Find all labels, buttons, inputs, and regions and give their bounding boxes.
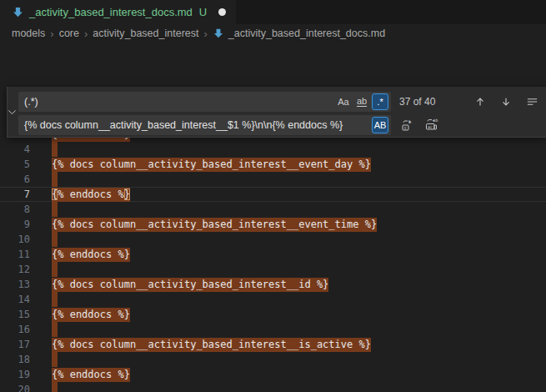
- empty-line-find-match: [52, 292, 58, 307]
- breadcrumb-separator: ›: [83, 28, 89, 40]
- editor-line[interactable]: 4: [0, 142, 546, 157]
- svg-text:ab: ab: [433, 118, 438, 123]
- find-match-highlight: {% enddocs %}: [52, 188, 130, 202]
- vscode-window: _activity_based_interest_docs.md U model…: [0, 0, 546, 392]
- editor-line[interactable]: 19{% enddocs %}: [0, 367, 546, 382]
- breadcrumb-item[interactable]: core: [59, 28, 79, 39]
- empty-line-find-match: [52, 352, 58, 367]
- empty-line-find-match: [52, 142, 58, 157]
- line-number: 9: [0, 219, 30, 230]
- line-content: {% docs column__activity_based_interest_…: [52, 158, 371, 170]
- line-number: 4: [0, 143, 30, 155]
- empty-line-find-match: [52, 262, 58, 277]
- toggle-replace-chevron-icon[interactable]: [8, 87, 17, 137]
- editor-line[interactable]: 18: [0, 352, 546, 367]
- line-content: {% enddocs %}: [52, 188, 130, 200]
- editor-line[interactable]: 16: [0, 322, 546, 337]
- line-content: {% docs column__activity_based_interest_…: [52, 219, 377, 230]
- replace-input-value[interactable]: {% docs column__activity_based_interest_…: [24, 119, 370, 131]
- line-content: {% enddocs %}: [52, 309, 130, 320]
- line-content: [52, 232, 58, 247]
- line-number: 14: [0, 294, 30, 305]
- line-number: 8: [0, 204, 30, 215]
- editor-line[interactable]: 5{% docs column__activity_based_interest…: [0, 157, 546, 172]
- line-content: {% enddocs %}: [52, 369, 130, 380]
- empty-line-find-match: [52, 232, 58, 247]
- editor-line[interactable]: 8: [0, 202, 546, 217]
- whole-word-toggle[interactable]: ab: [353, 93, 370, 110]
- line-number: 15: [0, 309, 30, 320]
- empty-line-find-match: [52, 172, 58, 187]
- editor-line[interactable]: 17{% docs column__activity_based_interes…: [0, 337, 546, 352]
- empty-line-find-match: [52, 202, 58, 217]
- breadcrumb-item[interactable]: _activity_based_interest_docs.md: [228, 28, 385, 39]
- markdown-file-icon: [12, 6, 24, 18]
- line-number: 10: [0, 234, 30, 245]
- match-case-toggle[interactable]: Aa: [335, 93, 352, 110]
- editor-line[interactable]: 9{% docs column__activity_based_interest…: [0, 217, 546, 232]
- find-match-highlight: {% enddocs %}: [52, 368, 130, 382]
- editor-line[interactable]: 14: [0, 292, 546, 307]
- line-number: 13: [0, 279, 30, 290]
- line-number: 19: [0, 369, 30, 380]
- editor-line[interactable]: 15{% enddocs %}: [0, 307, 546, 322]
- editor-line[interactable]: 7{% enddocs %}: [0, 187, 546, 202]
- find-match-highlight: {% enddocs %}: [52, 248, 130, 262]
- editor-line[interactable]: 10: [0, 232, 546, 247]
- line-number: 11: [0, 249, 30, 260]
- bracket-match-open: {: [52, 188, 58, 200]
- editor-line[interactable]: 20: [0, 382, 546, 392]
- find-input-value[interactable]: (.*): [24, 96, 333, 108]
- find-in-selection-button[interactable]: [523, 93, 541, 111]
- line-content: [52, 352, 58, 367]
- find-input[interactable]: (.*) Aa ab .*: [18, 92, 391, 112]
- unsaved-changes-dot[interactable]: [218, 8, 226, 16]
- git-status-badge: U: [199, 6, 207, 18]
- line-content: [52, 322, 58, 337]
- preserve-case-toggle[interactable]: AB: [372, 117, 388, 133]
- breadcrumb-item[interactable]: models: [12, 28, 45, 39]
- line-number: 20: [0, 384, 30, 392]
- line-number: 6: [0, 173, 30, 185]
- editor-pane[interactable]: 1{% docs column__activity_based_interest…: [0, 43, 546, 392]
- replace-all-button[interactable]: ab ac: [422, 116, 440, 134]
- previous-match-button[interactable]: [471, 93, 489, 111]
- regex-toggle[interactable]: .*: [372, 93, 388, 110]
- line-content: [52, 172, 58, 187]
- find-match-highlight: {% docs column__activity_based_interest_…: [52, 338, 371, 352]
- next-match-button[interactable]: [497, 93, 515, 111]
- replace-input[interactable]: {% docs column__activity_based_interest_…: [18, 115, 391, 135]
- editor-line[interactable]: 11{% enddocs %}: [0, 247, 546, 262]
- line-content: {% docs column__activity_based_interest_…: [52, 279, 328, 290]
- line-content: {% enddocs %}: [52, 249, 130, 260]
- breadcrumb: models›core›activity_based_interest›_act…: [0, 24, 546, 43]
- svg-text:b: b: [408, 118, 411, 123]
- editor-line[interactable]: 6: [0, 172, 546, 187]
- bracket-match-close: }: [124, 188, 130, 200]
- tab-title: _activity_based_interest_docs.md: [29, 6, 193, 18]
- breadcrumb-item[interactable]: activity_based_interest: [93, 28, 198, 39]
- find-match-highlight: {% docs column__activity_based_interest_…: [52, 218, 377, 232]
- breadcrumb-separator: ›: [202, 28, 208, 40]
- line-number: 5: [0, 158, 30, 170]
- svg-text:ac: ac: [428, 124, 433, 129]
- editor-line[interactable]: 13{% docs column__activity_based_interes…: [0, 277, 546, 292]
- match-results-count: 37 of 40: [399, 96, 449, 108]
- editor-tab[interactable]: _activity_based_interest_docs.md U: [0, 0, 236, 24]
- line-number: 17: [0, 339, 30, 350]
- tab-bar: _activity_based_interest_docs.md U: [0, 0, 546, 24]
- find-match-highlight: {% enddocs %}: [52, 308, 130, 322]
- line-number: 18: [0, 354, 30, 365]
- svg-text:c: c: [404, 125, 407, 130]
- line-number: 7: [0, 188, 30, 200]
- line-content: [52, 202, 58, 217]
- line-content: [52, 262, 58, 277]
- line-content: {% docs column__activity_based_interest_…: [52, 339, 371, 350]
- line-content: [52, 142, 58, 157]
- breadcrumb-file-icon: [213, 28, 225, 40]
- editor-line[interactable]: 12: [0, 262, 546, 277]
- empty-line-find-match: [52, 322, 58, 337]
- find-match-highlight: {% docs column__activity_based_interest_…: [52, 278, 328, 292]
- find-replace-widget: (.*) Aa ab .* 37 of 40: [7, 87, 546, 138]
- replace-button[interactable]: b c: [398, 116, 416, 134]
